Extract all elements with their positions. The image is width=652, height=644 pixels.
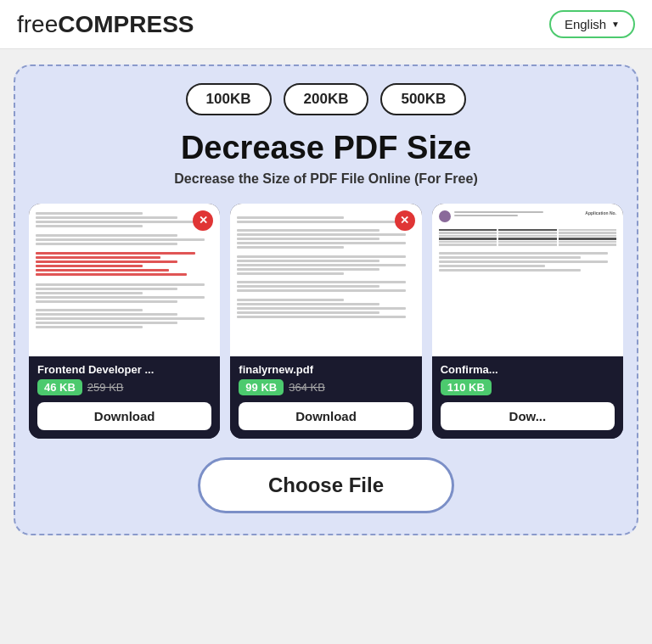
file-preview-3: Application No. (432, 204, 623, 356)
size-200kb-button[interactable]: 200KB (284, 83, 369, 115)
file-info-1: Frontend Developer ... 46 KB 259 KB Down… (29, 356, 220, 439)
files-row: ✕ (29, 204, 623, 439)
choose-file-button[interactable]: Choose File (198, 457, 454, 513)
language-label: English (565, 17, 606, 31)
size-100kb-button[interactable]: 100KB (186, 83, 272, 115)
page-subtitle: Decrease the Size of PDF File Online (Fo… (29, 171, 623, 187)
header: freeCOMPRESS English ▼ (0, 0, 652, 49)
file-card-2: ✕ (230, 204, 421, 439)
main-content: 100KB 200KB 500KB Decrease PDF Size Decr… (0, 49, 652, 552)
size-old-2: 364 KB (289, 381, 325, 394)
size-new-1: 46 KB (37, 379, 82, 395)
close-file-2-button[interactable]: ✕ (395, 210, 415, 231)
logo-free: free (17, 11, 58, 37)
download-button-3[interactable]: Dow... (441, 402, 615, 430)
file-name-3: Confirma... (441, 363, 615, 376)
preview-doc-3: Application No. (432, 204, 623, 280)
file-info-3: Confirma... 110 KB Dow... (432, 356, 623, 439)
file-sizes-3: 110 KB (441, 379, 615, 395)
main-card: 100KB 200KB 500KB Decrease PDF Size Decr… (14, 64, 638, 535)
file-info-2: finalyrnew.pdf 99 KB 364 KB Download (230, 356, 421, 439)
language-button[interactable]: English ▼ (549, 10, 635, 38)
download-button-1[interactable]: Download (37, 402, 211, 430)
file-name-1: Frontend Developer ... (37, 363, 211, 376)
file-preview-1: ✕ (29, 204, 220, 356)
size-500kb-button[interactable]: 500KB (380, 83, 466, 115)
size-old-1: 259 KB (87, 381, 124, 394)
page-title: Decrease PDF Size (29, 131, 623, 166)
size-new-3: 110 KB (441, 379, 492, 395)
size-options-row: 100KB 200KB 500KB (29, 83, 623, 115)
chevron-down-icon: ▼ (611, 20, 620, 29)
file-preview-2: ✕ (230, 204, 421, 356)
preview-doc-1 (29, 204, 220, 337)
preview-doc-2 (230, 204, 421, 327)
file-card-1: ✕ (29, 204, 220, 439)
choose-file-section: Choose File (29, 457, 623, 513)
logo: freeCOMPRESS (17, 11, 194, 38)
file-name-2: finalyrnew.pdf (239, 363, 413, 376)
logo-compress: COMPRESS (58, 11, 194, 37)
file-sizes-2: 99 KB 364 KB (239, 379, 413, 395)
size-new-2: 99 KB (239, 379, 284, 395)
file-sizes-1: 46 KB 259 KB (37, 379, 211, 395)
close-file-1-button[interactable]: ✕ (193, 210, 213, 231)
file-card-3: Application No. (432, 204, 623, 439)
download-button-2[interactable]: Download (239, 402, 413, 430)
